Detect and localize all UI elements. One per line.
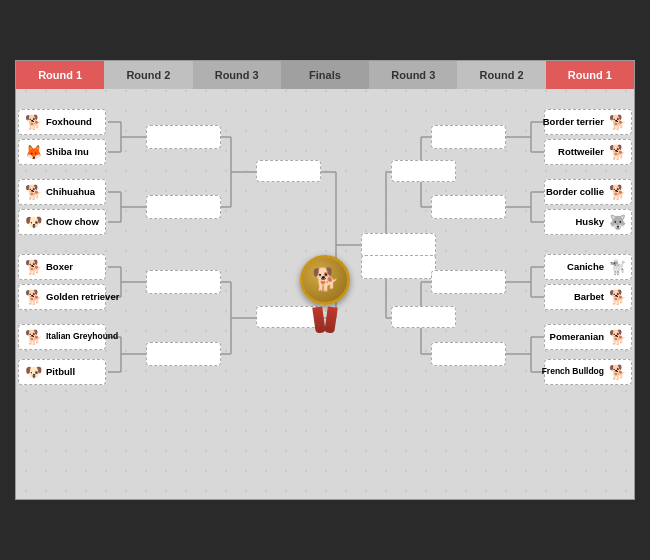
dog-label-barbet: Barbet — [574, 292, 604, 302]
slot-border-terrier[interactable]: 🐕 Border terrier — [544, 109, 632, 135]
dog-label-pomeranian: Pomeranian — [550, 332, 604, 342]
header-round2-right: Round 2 — [457, 61, 545, 89]
medal-ribbon-right — [324, 306, 338, 333]
dog-img-caniche: 🐩 — [607, 257, 627, 277]
slot-r3-left-1[interactable] — [256, 160, 321, 182]
dog-label-golden-retriever: Golden retriever — [46, 292, 119, 302]
slot-r3-right-2[interactable] — [391, 306, 456, 328]
slot-r2-left-2[interactable] — [146, 195, 221, 219]
slot-chihuahua[interactable]: 🐕 Chihuahua — [18, 179, 106, 205]
slot-boxer[interactable]: 🐕 Boxer — [18, 254, 106, 280]
dog-label-border-collie: Border collie — [546, 187, 604, 197]
dog-img-chow-chow: 🐶 — [23, 212, 43, 232]
dog-img-french-bulldog: 🐕 — [607, 362, 627, 382]
slot-caniche[interactable]: 🐩 Caniche — [544, 254, 632, 280]
bracket-container: Round 1 Round 2 Round 3 Finals Round 3 R… — [15, 60, 635, 500]
dog-label-chihuahua: Chihuahua — [46, 187, 95, 197]
dog-img-husky: 🐺 — [607, 212, 627, 232]
slot-rottweiler[interactable]: 🐕 Rottweiler — [544, 139, 632, 165]
slot-shiba-inu[interactable]: 🦊 Shiba Inu — [18, 139, 106, 165]
dog-img-boxer: 🐕 — [23, 257, 43, 277]
slot-husky[interactable]: 🐺 Husky — [544, 209, 632, 235]
slot-r2-right-3[interactable] — [431, 270, 506, 294]
dog-img-golden-retriever: 🐕 — [23, 287, 43, 307]
medal-circle: 🐕 — [300, 255, 350, 305]
dog-label-french-bulldog: French Bulldog — [542, 367, 604, 376]
dog-img-border-collie: 🐕 — [607, 182, 627, 202]
slot-pitbull[interactable]: 🐶 Pitbull — [18, 359, 106, 385]
slot-finals-right[interactable] — [361, 255, 436, 279]
dog-img-foxhound: 🐕 — [23, 112, 43, 132]
slot-italian-greyhound[interactable]: 🐕 Italian Greyhound — [18, 324, 106, 350]
dog-img-pomeranian: 🐕 — [607, 327, 627, 347]
dog-img-shiba-inu: 🦊 — [23, 142, 43, 162]
dog-label-shiba-inu: Shiba Inu — [46, 147, 89, 157]
slot-foxhound[interactable]: 🐕 Foxhound — [18, 109, 106, 135]
dog-label-caniche: Caniche — [567, 262, 604, 272]
dog-label-border-terrier: Border terrier — [543, 117, 604, 127]
slot-finals-left[interactable] — [361, 233, 436, 257]
slot-barbet[interactable]: 🐕 Barbet — [544, 284, 632, 310]
slot-border-collie[interactable]: 🐕 Border collie — [544, 179, 632, 205]
dog-img-barbet: 🐕 — [607, 287, 627, 307]
slot-r2-left-1[interactable] — [146, 125, 221, 149]
header-row: Round 1 Round 2 Round 3 Finals Round 3 R… — [16, 61, 634, 89]
dog-label-italian-greyhound: Italian Greyhound — [46, 332, 118, 341]
header-round1-right: Round 1 — [546, 61, 634, 89]
medal: 🐕 — [300, 255, 350, 333]
slot-chow-chow[interactable]: 🐶 Chow chow — [18, 209, 106, 235]
slot-r2-left-4[interactable] — [146, 342, 221, 366]
dog-label-boxer: Boxer — [46, 262, 73, 272]
slot-r2-right-1[interactable] — [431, 125, 506, 149]
header-round3-right: Round 3 — [369, 61, 457, 89]
header-round3-left: Round 3 — [193, 61, 281, 89]
dog-label-rottweiler: Rottweiler — [558, 147, 604, 157]
slot-r2-left-3[interactable] — [146, 270, 221, 294]
dog-img-rottweiler: 🐕 — [607, 142, 627, 162]
header-round1-left: Round 1 — [16, 61, 104, 89]
slot-golden-retriever[interactable]: 🐕 Golden retriever — [18, 284, 106, 310]
slot-r2-right-2[interactable] — [431, 195, 506, 219]
header-finals: Finals — [281, 61, 369, 89]
dog-img-italian-greyhound: 🐕 — [23, 327, 43, 347]
dog-label-husky: Husky — [575, 217, 604, 227]
header-round2-left: Round 2 — [104, 61, 192, 89]
slot-pomeranian[interactable]: 🐕 Pomeranian — [544, 324, 632, 350]
slot-french-bulldog[interactable]: 🐕 French Bulldog — [544, 359, 632, 385]
dog-label-chow-chow: Chow chow — [46, 217, 99, 227]
dog-img-border-terrier: 🐕 — [607, 112, 627, 132]
slot-r2-right-4[interactable] — [431, 342, 506, 366]
dog-img-pitbull: 🐶 — [23, 362, 43, 382]
dog-label-pitbull: Pitbull — [46, 367, 75, 377]
slot-r3-right-1[interactable] — [391, 160, 456, 182]
dog-img-chihuahua: 🐕 — [23, 182, 43, 202]
dog-label-foxhound: Foxhound — [46, 117, 92, 127]
